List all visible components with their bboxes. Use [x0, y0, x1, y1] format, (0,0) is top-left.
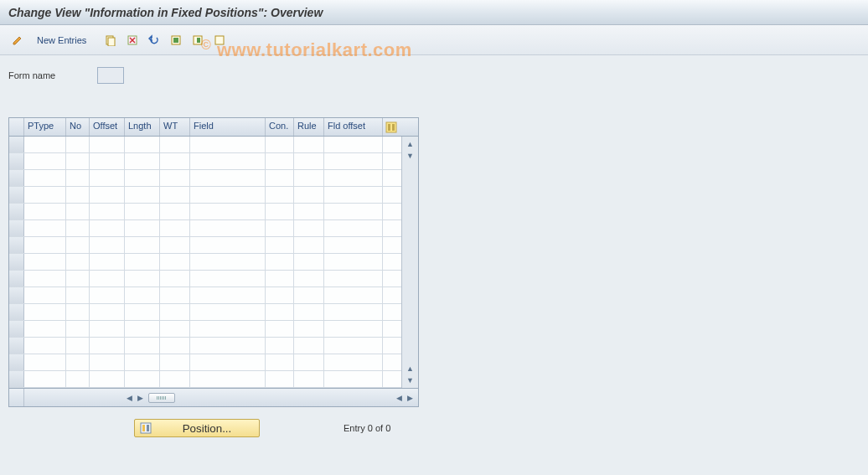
- table-cell[interactable]: [24, 220, 66, 236]
- table-cell[interactable]: [266, 271, 294, 287]
- table-row[interactable]: [9, 321, 401, 338]
- table-cell[interactable]: [24, 170, 66, 186]
- table-cell[interactable]: [66, 287, 90, 303]
- table-cell[interactable]: [24, 304, 66, 320]
- scroll-down-icon[interactable]: ▼: [406, 376, 414, 385]
- table-cell[interactable]: [160, 338, 190, 354]
- table-cell[interactable]: [66, 371, 90, 387]
- row-selector[interactable]: [9, 153, 24, 169]
- table-row[interactable]: [9, 220, 401, 237]
- column-rule[interactable]: Rule: [294, 118, 324, 136]
- table-cell[interactable]: [294, 321, 324, 337]
- table-cell[interactable]: [160, 220, 190, 236]
- table-cell[interactable]: [160, 304, 190, 320]
- table-cell[interactable]: [24, 137, 66, 152]
- table-cell[interactable]: [90, 204, 125, 219]
- table-cell[interactable]: [266, 237, 294, 253]
- table-cell[interactable]: [90, 287, 125, 303]
- table-cell[interactable]: [125, 170, 160, 186]
- table-cell[interactable]: [266, 153, 294, 169]
- table-row[interactable]: [9, 153, 401, 170]
- undo-icon[interactable]: [145, 31, 163, 49]
- table-cell[interactable]: [160, 321, 190, 337]
- table-cell[interactable]: [294, 187, 324, 203]
- table-cell[interactable]: [125, 271, 160, 287]
- row-selector[interactable]: [9, 304, 24, 320]
- table-cell[interactable]: [266, 220, 294, 236]
- table-cell[interactable]: [66, 204, 90, 219]
- row-selector[interactable]: [9, 287, 24, 303]
- table-cell[interactable]: [90, 304, 125, 320]
- table-row[interactable]: [9, 137, 401, 153]
- column-con[interactable]: Con.: [266, 118, 294, 136]
- table-cell[interactable]: [90, 338, 125, 354]
- table-config-icon[interactable]: [383, 118, 400, 136]
- table-cell[interactable]: [294, 237, 324, 253]
- row-selector[interactable]: [9, 220, 24, 236]
- vertical-scrollbar[interactable]: ▲ ▼ ▲ ▼: [401, 137, 418, 388]
- table-row[interactable]: [9, 338, 401, 354]
- row-selector[interactable]: [9, 187, 24, 203]
- table-cell[interactable]: [294, 304, 324, 320]
- table-cell[interactable]: [294, 371, 324, 387]
- table-cell[interactable]: [24, 254, 66, 270]
- table-cell[interactable]: [90, 137, 125, 152]
- table-cell[interactable]: [324, 304, 383, 320]
- table-cell[interactable]: [294, 271, 324, 287]
- table-cell[interactable]: [160, 254, 190, 270]
- table-cell[interactable]: [90, 354, 125, 370]
- table-cell[interactable]: [190, 338, 266, 354]
- table-row[interactable]: [9, 170, 401, 187]
- table-cell[interactable]: [24, 287, 66, 303]
- row-selector[interactable]: [9, 354, 24, 370]
- table-cell[interactable]: [294, 153, 324, 169]
- scroll-right-icon[interactable]: ▶: [407, 394, 413, 402]
- select-block-icon[interactable]: [189, 31, 207, 49]
- table-cell[interactable]: [24, 354, 66, 370]
- table-cell[interactable]: [266, 254, 294, 270]
- table-cell[interactable]: [324, 287, 383, 303]
- table-cell[interactable]: [160, 371, 190, 387]
- table-cell[interactable]: [125, 137, 160, 152]
- table-cell[interactable]: [324, 271, 383, 287]
- table-cell[interactable]: [160, 237, 190, 253]
- table-cell[interactable]: [90, 153, 125, 169]
- table-cell[interactable]: [160, 204, 190, 219]
- table-cell[interactable]: [324, 321, 383, 337]
- table-cell[interactable]: [190, 371, 266, 387]
- table-cell[interactable]: [190, 153, 266, 169]
- table-cell[interactable]: [66, 237, 90, 253]
- table-cell[interactable]: [66, 354, 90, 370]
- row-selector[interactable]: [9, 137, 24, 152]
- table-cell[interactable]: [190, 354, 266, 370]
- table-cell[interactable]: [294, 220, 324, 236]
- table-row[interactable]: [9, 254, 401, 271]
- row-selector[interactable]: [9, 170, 24, 186]
- table-cell[interactable]: [160, 153, 190, 169]
- table-cell[interactable]: [90, 237, 125, 253]
- table-cell[interactable]: [294, 338, 324, 354]
- table-cell[interactable]: [125, 237, 160, 253]
- form-name-input[interactable]: [97, 67, 124, 84]
- table-cell[interactable]: [125, 254, 160, 270]
- table-cell[interactable]: [266, 321, 294, 337]
- table-cell[interactable]: [125, 287, 160, 303]
- table-cell[interactable]: [324, 371, 383, 387]
- table-cell[interactable]: [266, 304, 294, 320]
- table-cell[interactable]: [125, 304, 160, 320]
- scroll-right-step-icon[interactable]: ▶: [137, 394, 143, 402]
- table-cell[interactable]: [324, 170, 383, 186]
- deselect-all-icon[interactable]: [210, 31, 229, 49]
- row-selector[interactable]: [9, 338, 24, 354]
- scroll-up-icon[interactable]: ▲: [406, 140, 414, 148]
- table-cell[interactable]: [66, 153, 90, 169]
- table-cell[interactable]: [294, 287, 324, 303]
- table-cell[interactable]: [324, 137, 383, 152]
- table-cell[interactable]: [24, 321, 66, 337]
- table-cell[interactable]: [324, 153, 383, 169]
- table-cell[interactable]: [66, 338, 90, 354]
- table-cell[interactable]: [66, 271, 90, 287]
- horizontal-scrollbar[interactable]: ◀ ▶ ◀ ▶: [24, 393, 418, 403]
- table-cell[interactable]: [66, 220, 90, 236]
- scroll-left-step-icon[interactable]: ◀: [396, 394, 402, 402]
